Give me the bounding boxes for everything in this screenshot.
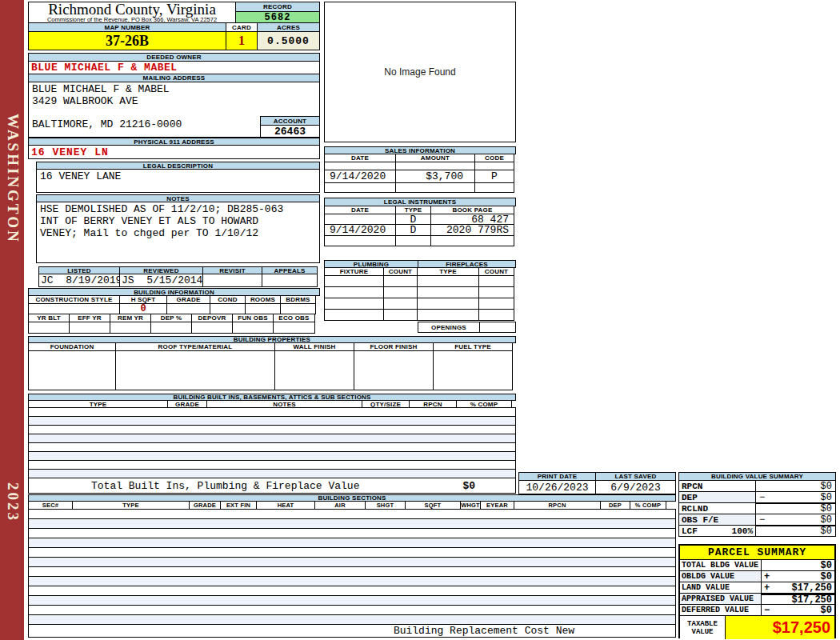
appeals-value [262,274,318,287]
openings-label: OPENINGS [418,322,480,333]
taxable-value-amount: $17,250 [726,616,834,639]
property-record-card: WASHINGTON 2023 Richmond County, Virgini… [0,0,840,640]
built-ins-total-row: Total Built Ins, Plumbing & Fireplace Va… [28,478,516,494]
review-values: JC 8/19/2019 JS 5/15/2014 [38,274,318,287]
year-tab-label: 2023 [2,464,22,540]
parcel-summary-row: TOTAL BLDG VALUE $0 [680,560,834,571]
record-number: 5682 [235,11,320,23]
replacement-cost-label: Building Replacement Cost New [394,625,574,637]
acres-value: 0.5000 [257,31,320,50]
card-number-value: 1 [226,31,258,50]
built-ins-empty-rows [28,407,516,478]
parcel-summary-row: LAND VALUE +$17,250 [680,582,834,594]
listed-value: JC 8/19/2019 [38,274,120,287]
print-date-value: 10/26/2023 [518,480,596,494]
bvs-row: RPCN $0 [678,480,836,492]
parcel-summary-row: OBLDG VALUE +$0 [680,571,834,582]
built-ins-total-label: Total Built Ins, Plumbing & Fireplace Va… [91,480,359,492]
openings-value [479,322,516,333]
last-saved-value: 6/9/2023 [595,480,676,494]
parcel-summary-title: PARCEL SUMMARY [680,546,834,560]
bvs-row: LCF100% $0 [678,525,836,537]
building-properties-cells [28,350,513,390]
building-info-values-1: 0 [28,303,316,314]
h-sqft-value: 0 [119,303,167,314]
taxable-value-label: TAXABLE VALUE [680,616,726,639]
plumbing-fireplace-row [324,286,514,298]
parcel-summary-row: APPRAISED VALUE $17,250 [680,594,834,605]
county-title: Richmond County, Virginia [29,2,235,17]
op: − [759,514,765,526]
no-image-text: No Image Found [384,66,455,78]
building-sections-empty-rows [28,509,676,625]
mailing-line: BLUE MICHAEL F & MABEL [32,83,316,95]
op: − [759,492,765,503]
mailing-line: 3429 WALBROOK AVE [32,95,316,107]
lcf-percent: 100% [732,526,753,536]
op: + [764,571,770,582]
bvs-row: DEP −$0 [678,491,836,503]
sale-date: 9/14/2020 [324,170,396,183]
legal-description-value: 16 VENEY LANE [40,170,316,182]
note-line: HSE DEMOLISHED AS OF 11/2/10; DB285-063 [40,203,316,215]
deeded-owner-value: BLUE MICHAEL F & MABEL [28,61,320,74]
district-sidebar: WASHINGTON 2023 [0,0,24,640]
plumbing-fireplace-row [324,275,514,287]
building-info-values-2 [28,322,315,334]
revisit-value [202,274,262,287]
legal-instrument-row: D 68 427 [324,214,514,225]
op: + [764,582,770,594]
parcel-summary-row: DEFERRED VALUE −$0 [680,605,834,616]
property-photo-box: No Image Found [324,2,516,142]
bvs-row: RCLND $0 [678,502,836,514]
notes-box: HSE DEMOLISHED AS OF 11/2/10; DB285-063 … [36,202,320,263]
parcel-summary-box: PARCEL SUMMARY TOTAL BLDG VALUE $0 OBLDG… [678,544,836,638]
legal-instrument-row [324,235,514,246]
county-title-box: Richmond County, Virginia Commissioner o… [28,2,236,23]
reviewed-value: JS 5/15/2014 [119,274,203,287]
note-line: INT OF BERRY VENEY ET ALS TO HOWARD [40,215,316,227]
sales-row [324,182,514,193]
district-tab-label: WASHINGTON [2,78,22,278]
plumbing-fireplace-row [324,309,514,321]
built-ins-total-value: $0 [462,480,475,492]
account-number: 26463 [260,125,320,138]
legal-description-box: 16 VENEY LANE [36,169,320,193]
map-number-value: 37-26B [28,31,226,50]
bvs-row: OBS F/E −$0 [678,514,836,526]
physical-address-value: 16 VENEY LN [28,145,320,159]
note-line: VENEY; Mail to chged per TO 1/10/12 [40,227,316,239]
plumbing-fireplace-row [324,298,514,310]
taxable-value-row: TAXABLE VALUE $17,250 [680,616,834,639]
sales-row: 9/14/2020 $3,700 P [324,170,514,183]
building-sections-footer: Building Replacement Cost New [28,624,676,638]
sale-code: P [474,170,514,183]
legal-instrument-row: 9/14/2020 D 2020 779RS [324,224,514,236]
op: − [764,605,770,616]
sale-amount: $3,700 [395,170,475,183]
